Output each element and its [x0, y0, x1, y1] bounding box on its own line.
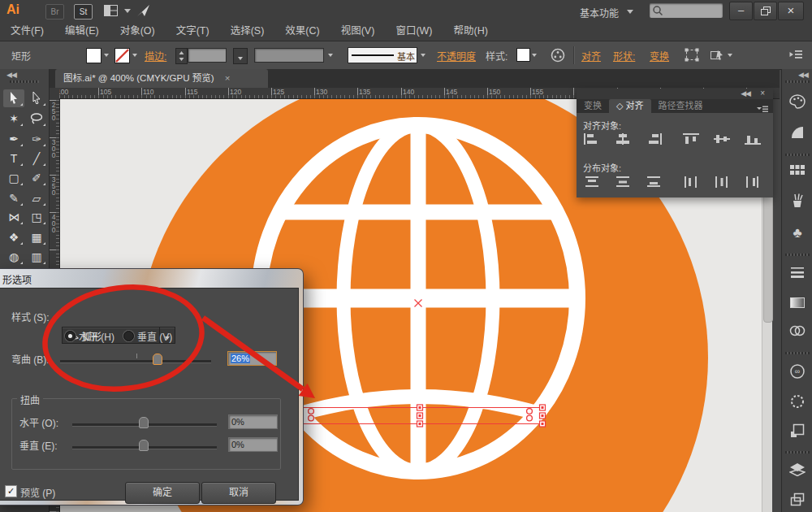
- menu-file[interactable]: 文件(F): [0, 22, 54, 41]
- bend-value-input[interactable]: 26%: [227, 351, 277, 366]
- stroke-link[interactable]: 描边:: [145, 49, 166, 63]
- width-profile-caret[interactable]: [328, 54, 333, 57]
- vertical-radio-label[interactable]: 垂直 (V): [137, 329, 172, 343]
- fill-color-swatch[interactable]: [86, 48, 102, 63]
- swatches-panel-icon[interactable]: [788, 163, 806, 181]
- distribute-vertical-center-button[interactable]: [612, 174, 633, 190]
- paintbrush-tool[interactable]: ✐: [26, 169, 47, 187]
- isolate-selected-icon[interactable]: [710, 48, 724, 65]
- opacity-link[interactable]: 不透明度: [437, 49, 476, 63]
- distribute-horizontal-right-button[interactable]: [742, 174, 763, 190]
- workspace-switcher[interactable]: 基本功能: [580, 6, 619, 20]
- color-panel-icon[interactable]: [788, 94, 806, 112]
- distribute-horizontal-center-button[interactable]: [711, 174, 732, 190]
- distort-horizontal-thumb[interactable]: [139, 417, 149, 428]
- stroke-color-swatch[interactable]: [114, 48, 130, 63]
- close-panel-icon[interactable]: ×: [760, 89, 765, 98]
- gradient-panel-icon[interactable]: [788, 295, 806, 313]
- document-tab[interactable]: 图标.ai* @ 400% (CMYK/GPU 预览) ×: [55, 69, 268, 88]
- align-vertical-top-button[interactable]: [680, 131, 702, 147]
- bend-slider-track[interactable]: [60, 360, 211, 363]
- brushes-panel-icon[interactable]: [788, 193, 806, 211]
- search-input[interactable]: [650, 3, 723, 18]
- restore-button[interactable]: [754, 2, 777, 20]
- dock-grip[interactable]: [785, 80, 810, 83]
- share-rocket-icon[interactable]: [136, 4, 151, 20]
- ok-button[interactable]: 确定: [125, 482, 200, 504]
- appearance-panel-icon[interactable]: [788, 394, 806, 412]
- collapse-panel-icon[interactable]: ◀◀: [6, 71, 16, 79]
- distort-vertical-thumb[interactable]: [139, 440, 149, 451]
- stroke-swatch-caret[interactable]: [132, 54, 137, 57]
- menu-view[interactable]: 视图(V): [330, 22, 386, 41]
- preview-checkbox[interactable]: ✓: [5, 485, 17, 497]
- cancel-button[interactable]: 取消: [201, 482, 276, 504]
- graphic-style-caret[interactable]: [532, 54, 537, 57]
- width-tool[interactable]: ⋈: [3, 208, 24, 226]
- graphic-style-swatch[interactable]: [516, 48, 530, 62]
- menu-object[interactable]: 对象(O): [110, 22, 166, 41]
- arrange-documents-caret[interactable]: [124, 9, 131, 13]
- shape-builder-tool[interactable]: ❖: [3, 228, 24, 246]
- align-panel-header[interactable]: ◀◀ ×: [577, 89, 773, 100]
- horizontal-radio[interactable]: [65, 331, 76, 341]
- isolate-caret[interactable]: [728, 54, 732, 57]
- tab-pathfinder[interactable]: 路径查找器: [651, 99, 710, 113]
- mesh-tool[interactable]: ◍: [3, 248, 24, 266]
- line-segment-tool[interactable]: ╱: [26, 150, 47, 167]
- lasso-tool[interactable]: [26, 110, 47, 128]
- align-link[interactable]: 对齐: [581, 49, 601, 63]
- stroke-weight-input[interactable]: [188, 48, 227, 63]
- brush-definition-caret[interactable]: [421, 54, 425, 57]
- distribute-horizontal-left-button[interactable]: [680, 174, 702, 190]
- menu-window[interactable]: 窗口(W): [385, 22, 443, 41]
- stroke-weight-caret[interactable]: [233, 48, 248, 64]
- align-horizontal-left-button[interactable]: [581, 131, 603, 147]
- eraser-tool[interactable]: ▱: [26, 189, 47, 207]
- brush-definition-dropdown[interactable]: 基本: [348, 47, 417, 63]
- distort-vertical-input[interactable]: 0%: [228, 437, 278, 452]
- bend-slider-thumb[interactable]: [153, 354, 162, 365]
- gradient-tool[interactable]: ▥: [26, 248, 47, 266]
- selection-tool[interactable]: [3, 89, 24, 107]
- recolor-artwork-icon[interactable]: [551, 48, 565, 66]
- symbols-panel-icon[interactable]: ♣: [788, 224, 806, 242]
- bounding-box-icon[interactable]: [685, 48, 699, 65]
- stroke-weight-stepper[interactable]: [175, 48, 188, 64]
- magic-wand-tool[interactable]: ✶: [3, 110, 24, 128]
- tab-transform[interactable]: 变换: [577, 99, 609, 113]
- menu-select[interactable]: 选择(S): [220, 22, 275, 41]
- bridge-button[interactable]: Br: [45, 4, 64, 20]
- transparency-panel-icon[interactable]: [788, 324, 806, 342]
- free-transform-tool[interactable]: ◳: [26, 208, 47, 226]
- rectangle-tool[interactable]: ▢: [3, 169, 24, 187]
- align-horizontal-right-button[interactable]: [643, 131, 664, 147]
- menu-effect[interactable]: 效果(C): [274, 22, 330, 41]
- arrange-documents-icon[interactable]: [104, 5, 118, 20]
- width-profile-dropdown[interactable]: [254, 48, 324, 63]
- menu-edit[interactable]: 编辑(E): [54, 22, 110, 41]
- align-vertical-center-button[interactable]: [711, 131, 732, 147]
- curvature-tool[interactable]: ✑: [26, 130, 47, 148]
- panel-options-icon[interactable]: [789, 49, 802, 63]
- cc-libraries-icon[interactable]: ∞: [788, 364, 806, 382]
- menu-type[interactable]: 文字(T): [166, 22, 220, 41]
- tab-close-icon[interactable]: ×: [225, 73, 231, 83]
- shape-link[interactable]: 形状:: [613, 49, 635, 63]
- dock-grip[interactable]: [785, 352, 810, 354]
- layers-panel-icon[interactable]: [788, 462, 806, 480]
- dock-grip[interactable]: [785, 154, 810, 156]
- distribute-vertical-bottom-button[interactable]: [643, 174, 664, 190]
- menu-help[interactable]: 帮助(H): [443, 22, 499, 41]
- vertical-radio[interactable]: [123, 331, 134, 341]
- align-vertical-bottom-button[interactable]: [742, 131, 763, 147]
- color-guide-icon[interactable]: [788, 125, 806, 143]
- pencil-tool[interactable]: ✎: [3, 189, 24, 207]
- expand-dock-icon[interactable]: ◀◀: [798, 71, 808, 79]
- close-button[interactable]: ×: [778, 2, 804, 20]
- direct-selection-tool[interactable]: [26, 89, 47, 107]
- transform-link[interactable]: 变换: [650, 49, 669, 63]
- tab-align[interactable]: ◇ 对齐: [609, 99, 651, 113]
- preview-label[interactable]: 预览 (P): [20, 485, 55, 499]
- pen-tool[interactable]: ✒: [3, 130, 24, 148]
